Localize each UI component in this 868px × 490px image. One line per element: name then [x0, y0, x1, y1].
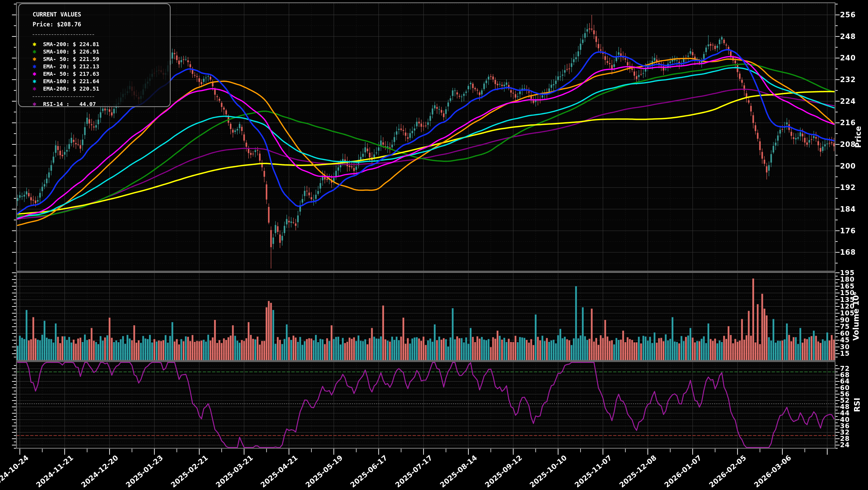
legend-row-label: SMA-100: $ 226.91: [43, 48, 99, 55]
price-tick-label: 208: [840, 140, 856, 148]
legend-row-label: EMA- 20: $ 212.13: [43, 63, 99, 70]
legend-row-label: EMA- 50: $ 217.63: [43, 70, 99, 77]
price-tick-label: 168: [840, 248, 856, 256]
legend-row-label: RSI-14 : 44.07: [43, 101, 96, 107]
legend-separator: [33, 96, 94, 97]
price-tick-label: 256: [840, 11, 856, 19]
price-axis-title: Price: [854, 126, 863, 148]
price-tick-label: 232: [840, 76, 856, 84]
legend-row-ema-20: ✱ EMA- 20: $ 212.13: [33, 63, 99, 70]
stock-chart-window: 256248240232224216208200192184176168 195…: [0, 0, 868, 490]
price-tick-label: 224: [840, 97, 856, 106]
price-tick-label: 216: [840, 119, 856, 127]
ema-100-marker-icon: ✱: [33, 78, 43, 84]
legend-box: CURRENT VALUES Price: $208.76 ✱ SMA-200:…: [18, 3, 170, 107]
legend-row-sma-200: ✱ SMA-200: $ 224.81: [33, 40, 99, 48]
legend-title: CURRENT VALUES: [33, 11, 81, 18]
price-tick-label: 176: [840, 227, 856, 235]
sma-200-marker-icon: ✱: [33, 41, 43, 47]
legend-row-label: SMA-200: $ 224.81: [43, 41, 99, 48]
legend-row-ema-200: ✱ EMA-200: $ 220.51: [33, 85, 99, 92]
legend-row-label: EMA-200: $ 220.51: [43, 85, 99, 92]
legend-row-sma-50: ✱ SMA- 50: $ 221.59: [33, 55, 99, 63]
rsi-14-marker-icon: ✱: [33, 101, 43, 107]
price-tick-label: 184: [840, 205, 856, 213]
volume-axis-title: Volume 10⁶: [851, 292, 861, 341]
sma-100-marker-icon: ✱: [33, 48, 43, 55]
price-tick-label: 200: [840, 162, 856, 170]
ema-20-marker-icon: ✱: [33, 63, 43, 69]
legend-separator: [33, 34, 94, 35]
legend-row-rsi-14: ✱ RSI-14 : 44.07: [33, 100, 96, 108]
rsi-tick-label: 24: [840, 441, 849, 449]
legend-row-sma-100: ✱ SMA-100: $ 226.91: [33, 48, 99, 55]
volume-tick-label: 15: [840, 350, 849, 357]
price-tick-label: 240: [840, 54, 856, 62]
legend-row-label: SMA- 50: $ 221.59: [43, 56, 99, 62]
legend-row-ema-50: ✱ EMA- 50: $ 217.63: [33, 70, 99, 78]
ema-50-marker-icon: ✱: [33, 70, 43, 77]
rsi-axis-title: RSI: [852, 398, 862, 412]
price-tick-label: 248: [840, 32, 856, 40]
legend-row-ema-100: ✱ EMA-100: $ 221.64: [33, 78, 99, 85]
legend-row-label: EMA-100: $ 221.64: [43, 78, 99, 85]
legend-current-price: Price: $208.76: [33, 21, 81, 28]
sma-50-marker-icon: ✱: [33, 56, 43, 62]
ema-200-marker-icon: ✱: [33, 85, 43, 92]
price-tick-label: 192: [840, 183, 856, 192]
